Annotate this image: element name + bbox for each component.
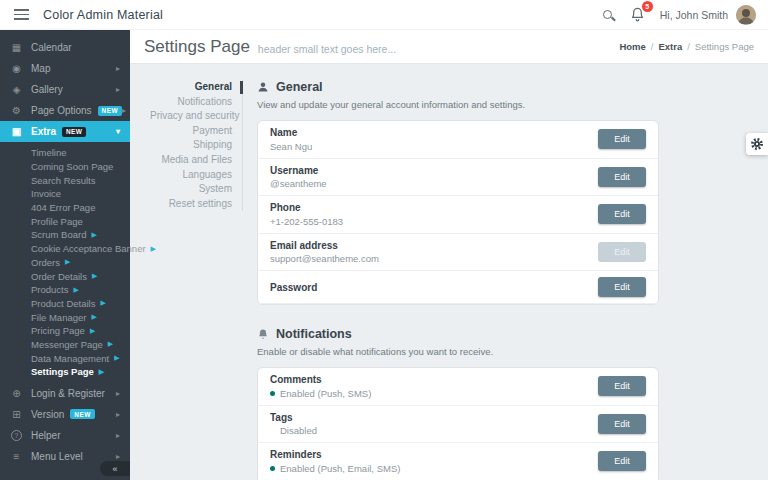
settings-nav-item[interactable]: General: [150, 80, 232, 95]
hamburger-menu-icon[interactable]: [14, 9, 29, 20]
sidebar-item[interactable]: ⊞ Version NEW ▸: [0, 404, 130, 425]
edit-button[interactable]: Edit: [598, 376, 646, 396]
row-label: Reminders: [270, 449, 400, 460]
edit-button[interactable]: Edit: [598, 414, 646, 434]
submenu-item[interactable]: Coming Soon Page: [0, 160, 130, 174]
submenu-item[interactable]: File Manager ▶: [0, 310, 130, 324]
edit-button[interactable]: Edit: [598, 204, 646, 224]
edit-button[interactable]: Edit: [598, 167, 646, 187]
section-description: View and update your general account inf…: [257, 99, 659, 110]
submenu-item[interactable]: Settings Page ▶: [0, 365, 130, 379]
settings-sections: General View and update your general acc…: [257, 80, 659, 480]
sidebar-item[interactable]: ⊕ Login & Register ▸: [0, 383, 130, 404]
avatar[interactable]: [736, 5, 756, 25]
sidebar-item[interactable]: ▦ Calendar: [0, 37, 130, 58]
submenu-item[interactable]: Pricing Page ▶: [0, 324, 130, 338]
lock-icon: ⊕: [10, 388, 23, 399]
submenu-item-label: Pricing Page: [31, 325, 85, 336]
submenu-item[interactable]: Scrum Board ▶: [0, 228, 130, 242]
sidebar-item[interactable]: ◈ Gallery ▸: [0, 79, 130, 100]
submenu-item-label: Invoice: [31, 188, 61, 199]
settings-nav-item[interactable]: Languages: [150, 168, 232, 183]
breadcrumb-item[interactable]: Extra: [646, 41, 682, 52]
row-text: Name Sean Ngu: [270, 127, 312, 152]
row-text: Tags Disabled: [270, 412, 317, 437]
settings-nav-item[interactable]: Media and Files: [150, 153, 232, 168]
submenu-item[interactable]: Orders ▶: [0, 256, 130, 270]
edit-button[interactable]: Edit: [598, 129, 646, 149]
extra-submenu: Timeline Coming Soon Page Search Results: [0, 142, 130, 383]
sidebar: ▦ Calendar ◉ Map ▸ ◈ Gallery: [0, 30, 130, 480]
settings-nav-item[interactable]: Payment: [150, 124, 232, 139]
settings-nav-item[interactable]: Shipping: [150, 138, 232, 153]
submenu-item[interactable]: Profile Page: [0, 214, 130, 228]
submenu-item-label: Orders: [31, 257, 60, 268]
row-label: Password: [270, 282, 317, 293]
notifications-button[interactable]: 5: [626, 3, 650, 27]
briefcase-icon: ▣: [10, 126, 23, 137]
submenu-item[interactable]: Order Details ▶: [0, 269, 130, 283]
row-value: Enabled (Push, Email, SMS): [280, 463, 400, 474]
app-title: Color Admin Material: [43, 8, 163, 22]
sidebar-item[interactable]: ◉ Map ▸: [0, 58, 130, 79]
chevron-right-icon: ▸: [116, 452, 120, 461]
submenu-item-label: Data Management: [31, 353, 109, 364]
edit-button[interactable]: Edit: [598, 277, 646, 297]
paper-plane-icon: ▶: [65, 258, 70, 266]
sidebar-item-label: Gallery: [31, 84, 63, 95]
submenu-item[interactable]: Timeline: [0, 146, 130, 160]
settings-row: Password Edit: [258, 271, 658, 304]
breadcrumb-item[interactable]: Home: [619, 41, 645, 52]
submenu-item[interactable]: Cookie Acceptance Banner ▶: [0, 242, 130, 256]
row-label: Name: [270, 127, 312, 138]
sidebar-item-label: Version: [31, 409, 64, 420]
grid-icon: ⊞: [10, 409, 23, 420]
person-icon: [257, 81, 269, 93]
submenu-item[interactable]: Data Management ▶: [0, 351, 130, 365]
section-general-header: General: [257, 80, 659, 94]
breadcrumb-item[interactable]: Settings Page: [682, 41, 754, 52]
edit-button[interactable]: Edit: [598, 242, 646, 262]
paper-plane-icon: ▶: [74, 286, 79, 294]
sidebar-item[interactable]: ? Helper ▸: [0, 425, 130, 446]
sidebar-collapse-button[interactable]: «: [100, 461, 130, 476]
submenu-item[interactable]: Invoice: [0, 187, 130, 201]
settings-row: Reminders Enabled (Push, Email, SMS) Edi…: [258, 443, 658, 480]
sidebar-item[interactable]: ▣ Extra NEW ▾: [0, 121, 130, 142]
notifications-card: Comments Enabled (Push, SMS) Edit: [257, 367, 659, 480]
submenu-item-label: Profile Page: [31, 216, 83, 227]
status-dot: [270, 391, 275, 396]
row-value: Enabled (Push, SMS): [280, 388, 371, 399]
submenu-item[interactable]: Messenger Page ▶: [0, 338, 130, 352]
settings-row: Comments Enabled (Push, SMS) Edit: [258, 368, 658, 406]
row-value: support@seantheme.com: [270, 253, 379, 264]
submenu-item-label: Timeline: [31, 147, 67, 158]
sidebar-item-label: Map: [31, 63, 50, 74]
settings-nav-item[interactable]: System: [150, 182, 232, 197]
submenu-item[interactable]: 404 Error Page: [0, 201, 130, 215]
submenu-item[interactable]: Product Details ▶: [0, 297, 130, 311]
map-pin-icon: ◉: [10, 63, 23, 74]
settings-nav-item[interactable]: Privacy and security: [150, 109, 232, 124]
menu-level-icon: ≡: [10, 451, 23, 462]
settings-content: General Notifications Privacy and securi…: [130, 64, 768, 480]
settings-row: Tags Disabled Edit: [258, 406, 658, 444]
sidebar-item[interactable]: ⚙ Page Options NEW ▸: [0, 100, 130, 121]
search-icon: [603, 10, 612, 19]
settings-nav-item[interactable]: Notifications: [150, 95, 232, 110]
search-button[interactable]: [596, 3, 620, 27]
gear-icon: ⚙: [10, 105, 23, 116]
row-value: @seantheme: [270, 178, 327, 189]
chevron-right-icon: ▸: [122, 106, 126, 115]
submenu-item[interactable]: Products ▶: [0, 283, 130, 297]
settings-nav-item[interactable]: Reset settings: [150, 197, 232, 212]
calendar-icon: ▦: [10, 42, 23, 53]
row-text: Email address support@seantheme.com: [270, 240, 379, 265]
submenu-item-label: Coming Soon Page: [31, 161, 113, 172]
theme-settings-button[interactable]: [746, 133, 768, 155]
page-subtitle: header small text goes here...: [258, 39, 396, 55]
edit-button[interactable]: Edit: [598, 451, 646, 471]
submenu-item[interactable]: Search Results: [0, 173, 130, 187]
main-content: Settings Page header small text goes her…: [130, 30, 768, 480]
sidebar-item-label: Calendar: [31, 42, 72, 53]
